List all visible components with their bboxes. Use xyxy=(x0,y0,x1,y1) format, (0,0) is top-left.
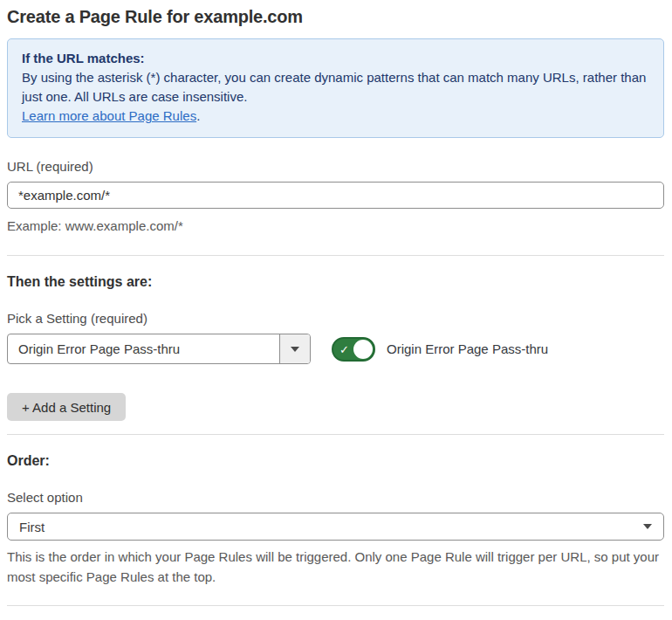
toggle-knob xyxy=(353,340,373,359)
link-suffix-text: . xyxy=(196,108,200,123)
url-input[interactable] xyxy=(7,182,664,209)
settings-section-heading: Then the settings are: xyxy=(7,274,664,290)
page-title: Create a Page Rule for example.com xyxy=(7,7,664,27)
divider xyxy=(7,434,664,435)
info-box-body: By using the asterisk (*) character, you… xyxy=(22,68,649,107)
info-box-link-line: Learn more about Page Rules. xyxy=(22,107,649,126)
order-section-heading: Order: xyxy=(7,453,664,469)
order-select-value: First xyxy=(19,520,45,534)
setting-select-value: Origin Error Page Pass-thru xyxy=(8,334,279,363)
order-helper-text: This is the order in which your Page Rul… xyxy=(7,547,664,587)
setting-select[interactable]: Origin Error Page Pass-thru xyxy=(7,334,311,364)
check-icon: ✓ xyxy=(339,343,349,355)
toggle-label: Origin Error Page Pass-thru xyxy=(387,341,548,356)
setting-row: Origin Error Page Pass-thru ✓ Origin Err… xyxy=(7,334,664,364)
order-select-label: Select option xyxy=(7,490,664,505)
chevron-down-icon xyxy=(643,524,652,529)
learn-more-link[interactable]: Learn more about Page Rules xyxy=(22,108,196,123)
add-setting-button[interactable]: + Add a Setting xyxy=(7,393,126,421)
info-box-heading: If the URL matches: xyxy=(22,49,649,68)
url-example-text: Example: www.example.com/* xyxy=(7,216,664,236)
setting-select-arrow-button[interactable] xyxy=(279,334,310,363)
url-label: URL (required) xyxy=(7,159,664,174)
chevron-down-icon xyxy=(291,347,299,352)
divider xyxy=(7,605,664,606)
divider xyxy=(7,255,664,256)
page-rule-form: Create a Page Rule for example.com If th… xyxy=(0,0,672,620)
origin-error-page-toggle[interactable]: ✓ xyxy=(332,337,375,362)
url-match-info-box: If the URL matches: By using the asteris… xyxy=(7,38,664,138)
setting-picker-label: Pick a Setting (required) xyxy=(7,311,664,326)
order-select[interactable]: First xyxy=(7,513,664,541)
